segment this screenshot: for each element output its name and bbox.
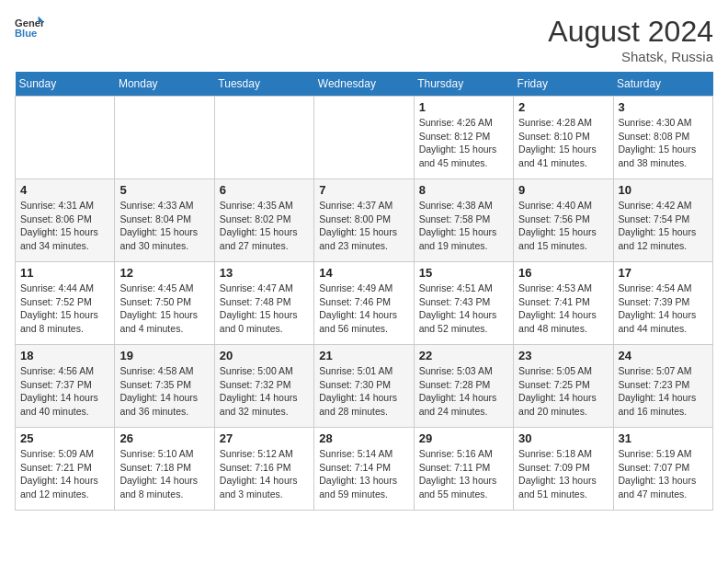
day-number: 11 — [20, 266, 109, 280]
calendar-cell: 17Sunrise: 4:54 AM Sunset: 7:39 PM Dayli… — [613, 262, 712, 345]
day-info: Sunrise: 5:09 AM Sunset: 7:21 PM Dayligh… — [20, 447, 109, 501]
calendar-cell: 27Sunrise: 5:12 AM Sunset: 7:16 PM Dayli… — [214, 428, 313, 511]
day-number: 29 — [419, 431, 508, 445]
week-row-3: 11Sunrise: 4:44 AM Sunset: 7:52 PM Dayli… — [16, 262, 713, 345]
calendar-cell: 9Sunrise: 4:40 AM Sunset: 7:56 PM Daylig… — [514, 179, 613, 262]
day-info: Sunrise: 4:47 AM Sunset: 7:48 PM Dayligh… — [220, 282, 309, 336]
day-number: 13 — [220, 266, 309, 280]
day-number: 2 — [518, 100, 608, 114]
day-info: Sunrise: 5:19 AM Sunset: 7:07 PM Dayligh… — [619, 447, 708, 501]
day-number: 26 — [119, 431, 209, 445]
day-info: Sunrise: 4:26 AM Sunset: 8:12 PM Dayligh… — [419, 116, 508, 170]
calendar-cell: 1Sunrise: 4:26 AM Sunset: 8:12 PM Daylig… — [414, 97, 513, 179]
calendar-cell: 26Sunrise: 5:10 AM Sunset: 7:18 PM Dayli… — [115, 428, 214, 511]
calendar-cell — [115, 97, 214, 179]
day-info: Sunrise: 4:33 AM Sunset: 8:04 PM Dayligh… — [119, 199, 209, 253]
calendar-cell: 21Sunrise: 5:01 AM Sunset: 7:30 PM Dayli… — [314, 345, 414, 428]
weekday-header-thursday: Thursday — [414, 72, 513, 97]
logo-icon: General Blue — [15, 15, 44, 40]
calendar-cell — [314, 97, 414, 179]
day-number: 4 — [20, 183, 109, 197]
day-info: Sunrise: 4:38 AM Sunset: 7:58 PM Dayligh… — [419, 199, 508, 253]
calendar-cell: 31Sunrise: 5:19 AM Sunset: 7:07 PM Dayli… — [613, 428, 712, 511]
day-number: 27 — [220, 431, 309, 445]
month-year: August 2024 — [548, 15, 713, 49]
day-number: 30 — [518, 431, 608, 445]
calendar-cell: 14Sunrise: 4:49 AM Sunset: 7:46 PM Dayli… — [314, 262, 414, 345]
calendar-cell: 20Sunrise: 5:00 AM Sunset: 7:32 PM Dayli… — [214, 345, 313, 428]
weekday-header-tuesday: Tuesday — [214, 72, 313, 97]
day-number: 1 — [419, 100, 508, 114]
calendar-cell: 3Sunrise: 4:30 AM Sunset: 8:08 PM Daylig… — [613, 97, 712, 179]
page-header: General Blue August 2024 Shatsk, Russia — [15, 15, 713, 64]
day-info: Sunrise: 4:54 AM Sunset: 7:39 PM Dayligh… — [619, 282, 708, 336]
calendar-cell: 30Sunrise: 5:18 AM Sunset: 7:09 PM Dayli… — [514, 428, 613, 511]
calendar-cell — [214, 97, 313, 179]
day-number: 28 — [319, 431, 408, 445]
day-number: 10 — [619, 183, 708, 197]
calendar-cell: 6Sunrise: 4:35 AM Sunset: 8:02 PM Daylig… — [214, 179, 313, 262]
weekday-header-monday: Monday — [115, 72, 214, 97]
calendar-cell: 24Sunrise: 5:07 AM Sunset: 7:23 PM Dayli… — [613, 345, 712, 428]
calendar-cell: 22Sunrise: 5:03 AM Sunset: 7:28 PM Dayli… — [414, 345, 513, 428]
week-row-2: 4Sunrise: 4:31 AM Sunset: 8:06 PM Daylig… — [16, 179, 713, 262]
weekday-header-saturday: Saturday — [613, 72, 712, 97]
calendar-cell: 13Sunrise: 4:47 AM Sunset: 7:48 PM Dayli… — [214, 262, 313, 345]
day-info: Sunrise: 4:42 AM Sunset: 7:54 PM Dayligh… — [619, 199, 708, 253]
day-info: Sunrise: 4:53 AM Sunset: 7:41 PM Dayligh… — [518, 282, 608, 336]
calendar-cell: 8Sunrise: 4:38 AM Sunset: 7:58 PM Daylig… — [414, 179, 513, 262]
day-info: Sunrise: 4:51 AM Sunset: 7:43 PM Dayligh… — [419, 282, 508, 336]
calendar-cell — [16, 97, 115, 179]
day-info: Sunrise: 5:14 AM Sunset: 7:14 PM Dayligh… — [319, 447, 408, 501]
day-info: Sunrise: 5:18 AM Sunset: 7:09 PM Dayligh… — [518, 447, 608, 501]
calendar-cell: 28Sunrise: 5:14 AM Sunset: 7:14 PM Dayli… — [314, 428, 414, 511]
calendar-cell: 29Sunrise: 5:16 AM Sunset: 7:11 PM Dayli… — [414, 428, 513, 511]
day-info: Sunrise: 5:16 AM Sunset: 7:11 PM Dayligh… — [419, 447, 508, 501]
day-number: 23 — [518, 349, 608, 362]
day-number: 16 — [518, 266, 608, 280]
day-info: Sunrise: 4:58 AM Sunset: 7:35 PM Dayligh… — [119, 364, 209, 419]
weekday-header-row: SundayMondayTuesdayWednesdayThursdayFrid… — [16, 72, 713, 97]
day-number: 3 — [619, 100, 708, 114]
week-row-1: 1Sunrise: 4:26 AM Sunset: 8:12 PM Daylig… — [16, 97, 713, 179]
calendar-cell: 4Sunrise: 4:31 AM Sunset: 8:06 PM Daylig… — [16, 179, 115, 262]
calendar-cell: 10Sunrise: 4:42 AM Sunset: 7:54 PM Dayli… — [613, 179, 712, 262]
day-number: 8 — [419, 183, 508, 197]
day-number: 19 — [119, 349, 209, 362]
calendar-cell: 16Sunrise: 4:53 AM Sunset: 7:41 PM Dayli… — [514, 262, 613, 345]
calendar-cell: 5Sunrise: 4:33 AM Sunset: 8:04 PM Daylig… — [115, 179, 214, 262]
day-info: Sunrise: 4:49 AM Sunset: 7:46 PM Dayligh… — [319, 282, 408, 336]
day-number: 20 — [220, 349, 309, 362]
logo: General Blue — [15, 15, 44, 40]
day-info: Sunrise: 4:40 AM Sunset: 7:56 PM Dayligh… — [518, 199, 608, 253]
day-info: Sunrise: 5:07 AM Sunset: 7:23 PM Dayligh… — [619, 364, 708, 419]
svg-text:Blue: Blue — [15, 28, 37, 39]
day-number: 22 — [419, 349, 508, 362]
weekday-header-friday: Friday — [514, 72, 613, 97]
day-number: 5 — [119, 183, 209, 197]
day-number: 12 — [119, 266, 209, 280]
weekday-header-sunday: Sunday — [16, 72, 115, 97]
day-info: Sunrise: 4:35 AM Sunset: 8:02 PM Dayligh… — [220, 199, 309, 253]
day-number: 24 — [619, 349, 708, 362]
day-info: Sunrise: 5:12 AM Sunset: 7:16 PM Dayligh… — [220, 447, 309, 501]
day-number: 25 — [20, 431, 109, 445]
location: Shatsk, Russia — [548, 49, 713, 64]
day-info: Sunrise: 5:00 AM Sunset: 7:32 PM Dayligh… — [220, 364, 309, 419]
day-number: 7 — [319, 183, 408, 197]
day-number: 17 — [619, 266, 708, 280]
day-info: Sunrise: 4:37 AM Sunset: 8:00 PM Dayligh… — [319, 199, 408, 253]
day-info: Sunrise: 5:03 AM Sunset: 7:28 PM Dayligh… — [419, 364, 508, 419]
day-info: Sunrise: 4:31 AM Sunset: 8:06 PM Dayligh… — [20, 199, 109, 253]
day-number: 15 — [419, 266, 508, 280]
day-number: 6 — [220, 183, 309, 197]
calendar-cell: 19Sunrise: 4:58 AM Sunset: 7:35 PM Dayli… — [115, 345, 214, 428]
calendar-cell: 25Sunrise: 5:09 AM Sunset: 7:21 PM Dayli… — [16, 428, 115, 511]
day-info: Sunrise: 4:44 AM Sunset: 7:52 PM Dayligh… — [20, 282, 109, 336]
day-info: Sunrise: 4:28 AM Sunset: 8:10 PM Dayligh… — [518, 116, 608, 170]
title-area: August 2024 Shatsk, Russia — [548, 15, 713, 64]
calendar-cell: 23Sunrise: 5:05 AM Sunset: 7:25 PM Dayli… — [514, 345, 613, 428]
day-number: 14 — [319, 266, 408, 280]
day-info: Sunrise: 5:01 AM Sunset: 7:30 PM Dayligh… — [319, 364, 408, 419]
day-number: 21 — [319, 349, 408, 362]
